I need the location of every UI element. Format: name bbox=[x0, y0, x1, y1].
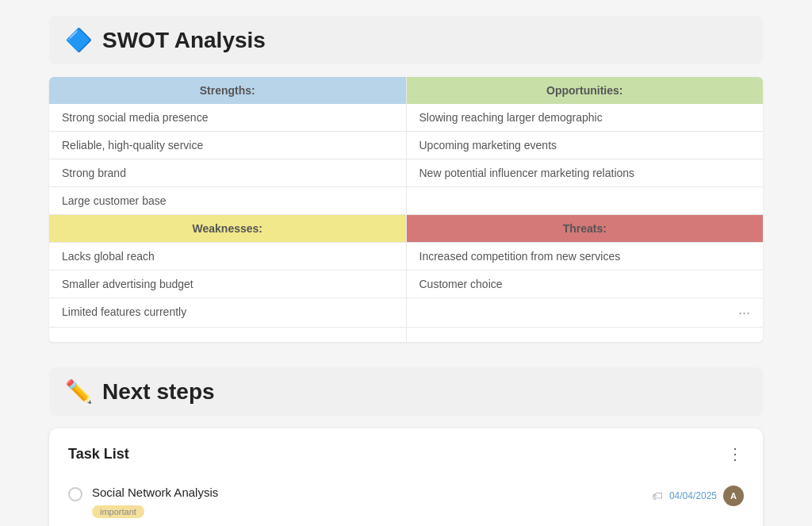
task-menu-button[interactable]: ⋮ bbox=[727, 444, 744, 463]
threat-3: ··· bbox=[406, 298, 763, 328]
strength-4: Large customer base bbox=[49, 187, 406, 215]
weakness-2: Smaller advertising budget bbox=[49, 271, 406, 298]
task-name-1: Social Network Analysis bbox=[92, 486, 652, 499]
threat-2: Customer choice bbox=[406, 271, 763, 298]
tag-icon: 🏷 bbox=[652, 490, 663, 502]
table-row: Large customer base bbox=[49, 187, 763, 215]
task-badge-1: important bbox=[92, 505, 144, 518]
task-checkbox-1[interactable] bbox=[68, 487, 82, 501]
swot-section-header: 🔷 SWOT Analysis bbox=[49, 16, 763, 64]
weakness-3: Limited features currently bbox=[49, 298, 406, 328]
task-avatar-1: A bbox=[723, 486, 744, 506]
swot-header-weaknesses: Weaknesses: bbox=[49, 215, 406, 243]
next-steps-title: Next steps bbox=[102, 379, 215, 405]
strength-2: Reliable, high-quality service bbox=[49, 132, 406, 159]
task-date-1: 04/04/2025 bbox=[669, 490, 717, 501]
next-steps-header: ✏️ Next steps bbox=[49, 367, 763, 416]
weakness-1: Lacks global reach bbox=[49, 243, 406, 271]
more-options-button[interactable]: ··· bbox=[738, 305, 750, 320]
opportunity-2: Upcoming marketing events bbox=[406, 132, 763, 159]
threat-1: Increased competition from new services bbox=[406, 243, 763, 271]
opportunity-3: New potential influencer marketing relat… bbox=[406, 159, 763, 187]
table-row bbox=[49, 328, 763, 343]
task-list-title: Task List bbox=[68, 446, 129, 463]
opportunity-1: Slowing reaching larger demographic bbox=[406, 104, 763, 132]
table-row: Smaller advertising budget Customer choi… bbox=[49, 271, 763, 298]
task-meta-1: 🏷 04/04/2025 A bbox=[652, 486, 744, 506]
task-card-header: Task List ⋮ bbox=[68, 444, 744, 463]
table-row: Weaknesses: Threats: bbox=[49, 215, 763, 243]
strength-3: Strong brand bbox=[49, 159, 406, 187]
table-row: Lacks global reach Increased competition… bbox=[49, 243, 763, 271]
page-container: 🔷 SWOT Analysis Strengths: Opportunities… bbox=[49, 16, 763, 526]
table-row: Limited features currently ··· bbox=[49, 298, 763, 328]
swot-title: SWOT Analysis bbox=[102, 28, 266, 53]
next-steps-section: ✏️ Next steps Task List ⋮ Social Network… bbox=[49, 367, 763, 526]
table-row: Strong brand New potential influencer ma… bbox=[49, 159, 763, 187]
swot-table: Strengths: Opportunities: Strong social … bbox=[49, 77, 763, 342]
next-steps-icon: ✏️ bbox=[65, 378, 93, 405]
table-row: Strong social media presence Slowing rea… bbox=[49, 104, 763, 132]
table-row: Reliable, high-quality service Upcoming … bbox=[49, 132, 763, 159]
threat-4 bbox=[406, 328, 763, 343]
swot-header-opportunities: Opportunities: bbox=[406, 77, 763, 104]
weakness-4 bbox=[49, 328, 406, 343]
swot-header-threats: Threats: bbox=[406, 215, 763, 243]
strength-1: Strong social media presence bbox=[49, 104, 406, 132]
swot-icon: 🔷 bbox=[65, 27, 93, 53]
opportunity-4 bbox=[406, 187, 763, 215]
swot-header-strengths: Strengths: bbox=[49, 77, 406, 104]
task-item-1: Social Network Analysis important 🏷 04/0… bbox=[68, 478, 744, 526]
task-list-card: Task List ⋮ Social Network Analysis impo… bbox=[49, 428, 763, 526]
task-content-1: Social Network Analysis important bbox=[92, 486, 652, 518]
